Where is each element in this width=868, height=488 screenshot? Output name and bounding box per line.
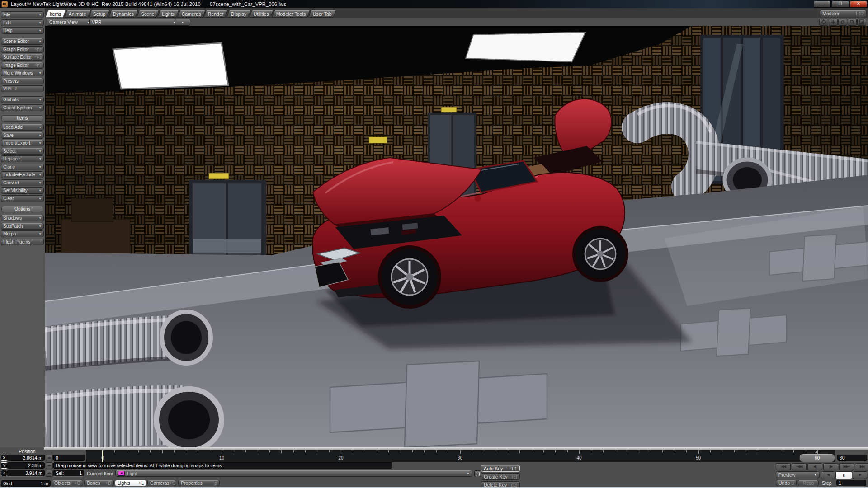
sidebar-item-morph[interactable]: Morph▼ [1,230,44,237]
sidebar-item-flush-plugins[interactable]: Flush Plugins [1,239,44,245]
shortcut-label: +L [138,480,144,486]
axis-y-value-field[interactable]: 2.38 m [7,462,45,469]
viewport-3d[interactable] [45,26,868,447]
step-back-button[interactable]: ◀ [821,471,835,479]
sidebar-item-presets[interactable]: Presets [1,78,44,84]
go-end-button[interactable]: ▶▶| [855,463,868,470]
timeline-playhead[interactable] [102,450,103,462]
tab-setup[interactable]: Setup [89,10,110,18]
chevron-down-icon: ▼ [39,29,42,32]
chevron-down-icon: ▼ [39,157,42,160]
sidebar-item-replace[interactable]: Replace▼ [1,155,44,162]
value-stepper[interactable]: ◀▶ [46,455,53,461]
pan-view-icon[interactable] [829,19,838,26]
chevron-down-icon: ▼ [181,21,184,24]
sidebar-item-load-add[interactable]: Load/Add▼ [1,124,44,131]
tab-lights[interactable]: Lights [157,10,179,18]
sidebar: File▼Edit▼Help▼Scene Editor▼Graph Editor… [0,8,45,447]
sidebar-item-include-exclude[interactable]: Include/Exclude▼ [1,171,44,178]
sidebar-item-shadows[interactable]: Shadows▼ [1,215,44,221]
tab-user-tab[interactable]: User Tab [308,10,336,18]
restore-button[interactable]: ❐ [832,1,849,8]
modeler-button[interactable]: Modeler F12 [820,10,867,17]
zoom-view-icon[interactable] [848,19,857,26]
item-properties-mini-button[interactable] [474,470,481,477]
render-mode-dropdown[interactable]: VPR▼ [89,19,179,26]
item-type-button-lights[interactable]: Lights+L [115,480,146,486]
sidebar-item-edit[interactable]: Edit▼ [1,19,44,26]
ruler-tick [317,450,317,452]
value-stepper[interactable]: ◀▶ [46,462,53,469]
sidebar-item-clone[interactable]: Clone▼ [1,164,44,170]
sidebar-item-label: Clone [3,164,15,169]
timeline-ruler[interactable]: 010203040506060 [86,450,835,462]
close-button[interactable]: ✕ [850,1,867,8]
item-type-button-properties[interactable]: Propertiesp [178,480,220,486]
sidebar-item-label: Shadows [3,216,22,221]
view-mode-dropdown[interactable]: Camera View▼ [47,19,93,26]
start-frame-field[interactable]: 0 [53,455,85,461]
tab-label: Animate [69,11,86,17]
shortcut-label: p [214,480,217,486]
next-frame-button[interactable]: ||▶ [823,463,838,470]
sidebar-item-convert[interactable]: Convert▼ [1,179,44,186]
redo-button[interactable]: Redo [798,480,819,486]
sidebar-item-globals[interactable]: Globals▼ [1,96,44,103]
rotate-view-icon[interactable] [838,19,847,26]
go-start-button[interactable]: |◀◀ [776,463,791,470]
auto-key-button[interactable]: Auto Key+F1 [481,465,520,472]
center-item-icon[interactable] [819,19,828,26]
sidebar-item-coord-system[interactable]: Coord System▼ [1,104,44,111]
undo-button[interactable]: Undou [776,480,797,486]
preview-dropdown[interactable]: Preview▼ [776,471,820,478]
axis-x-value-field[interactable]: 2.8614 m [7,455,45,461]
sidebar-item-surface-editor[interactable]: Surface Editor^F3 [1,54,44,61]
ruler-frame-label: 20 [334,455,348,460]
prev-key-button[interactable]: +◀◀ [792,463,807,470]
axis-z-value-field[interactable]: 3.914 m [7,470,45,476]
play-button[interactable]: ▶ [853,471,867,479]
tab-bar: ItemsAnimateSetupDynamicsSceneLightsCame… [45,8,868,19]
value-stepper[interactable]: ◀▶ [46,470,53,477]
sidebar-item-clear[interactable]: Clear▼ [1,195,44,202]
tab-items[interactable]: Items [45,10,66,18]
minimize-button[interactable]: — [814,1,831,8]
item-type-button-cameras[interactable]: Cameras+C [147,480,176,486]
step-field[interactable]: 1 [836,480,866,486]
sidebar-item-file[interactable]: File▼ [1,11,44,18]
current-item-dropdown[interactable]: ◄ Light ▼ [115,470,472,477]
tab-display[interactable]: Display [226,10,251,18]
tab-cameras[interactable]: Cameras [177,10,205,18]
render-options-dropdown[interactable]: ▼ [175,19,190,26]
sidebar-item-label: Presets [3,79,19,84]
next-key-button[interactable]: ▶▶+ [839,463,854,470]
sidebar-item-scene-editor[interactable]: Scene Editor▼ [1,38,44,45]
sidebar-item-import-export[interactable]: Import/Export▼ [1,140,44,146]
sidebar-item-viper[interactable]: VIPER [1,85,44,92]
item-type-button-bones[interactable]: Bones+B [84,480,114,486]
item-type-button-objects[interactable]: Objects+O [52,480,83,486]
tab-animate[interactable]: Animate [64,10,91,18]
sidebar-item-more-windows[interactable]: More Windows▼ [1,70,44,76]
sidebar-item-label: Save [3,133,14,138]
fit-view-icon[interactable] [857,19,866,26]
sidebar-item-image-editor[interactable]: Image Editor^F4 [1,62,44,69]
end-frame-field[interactable]: 60 [837,455,867,461]
create-key-button[interactable]: Create Keyret [481,473,520,480]
tab-scene[interactable]: Scene [137,10,159,18]
pause-button[interactable]: || [835,471,852,479]
tab-dynamics[interactable]: Dynamics [108,10,138,18]
sidebar-item-save[interactable]: Save▼ [1,132,44,139]
frame-range-slider[interactable]: 60 [799,454,835,462]
sidebar-item-set-visibility[interactable]: Set Visibility▼ [1,187,44,194]
tab-utilities[interactable]: Utilities [249,10,274,18]
button-label: Bones [87,480,100,486]
sidebar-item-subpatch[interactable]: SubPatch▼ [1,223,44,230]
sidebar-item-help[interactable]: Help▼ [1,27,44,34]
prev-frame-button[interactable]: ◀|| [807,463,822,470]
tab-modeler-tools[interactable]: Modeler Tools [272,10,310,18]
tab-render[interactable]: Render [203,10,228,18]
sidebar-item-graph-editor[interactable]: Graph Editor^F2 [1,46,44,53]
ruler-tick [377,450,377,452]
sidebar-item-select[interactable]: Select▼ [1,148,44,155]
